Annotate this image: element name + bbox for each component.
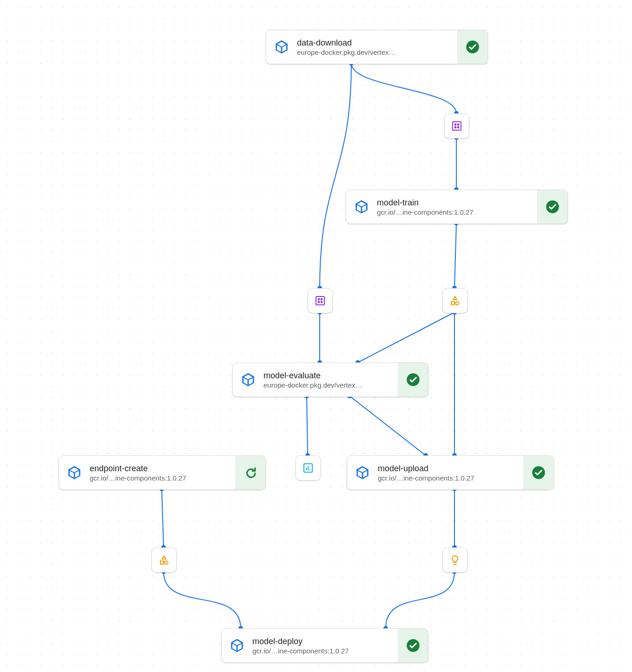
status-success-icon (537, 190, 567, 224)
svg-point-35 (458, 127, 459, 128)
artifact-dataset-icon[interactable] (444, 113, 469, 138)
cube-icon (347, 456, 378, 489)
svg-rect-41 (451, 302, 454, 305)
node-subtitle: gcr.io/…ine-components:1.0.27 (377, 208, 533, 217)
node-endpoint-create[interactable]: endpoint-create gcr.io/…ine-components:1… (59, 455, 266, 490)
node-subtitle: gcr.io/…ine-components:1.0.27 (90, 474, 231, 482)
node-subtitle: gcr.io/…ine-components:1.0.27 (252, 646, 394, 655)
edges-layer (0, 0, 632, 672)
svg-point-34 (455, 127, 456, 128)
pipeline-canvas[interactable]: data-download europe-docker.pkg.dev/vert… (0, 0, 632, 672)
status-success-icon (457, 30, 487, 64)
node-subtitle: europe-docker.pkg.dev/vertex… (263, 381, 394, 389)
svg-point-48 (165, 561, 168, 564)
node-title: model-train (377, 198, 533, 208)
svg-point-33 (458, 124, 459, 125)
svg-rect-36 (316, 296, 324, 305)
node-model-train[interactable]: model-train gcr.io/…ine-components:1.0.2… (346, 190, 568, 224)
node-subtitle: europe-docker.pkg.dev/vertex… (297, 48, 454, 57)
status-success-icon (398, 629, 428, 662)
svg-point-39 (318, 302, 320, 303)
cube-icon (59, 456, 90, 489)
artifact-metrics-icon[interactable] (296, 455, 321, 481)
artifact-bulb-icon[interactable] (442, 547, 467, 573)
node-title: model-deploy (252, 636, 394, 646)
node-model-evaluate[interactable]: model-evaluate europe-docker.pkg.dev/ver… (232, 362, 428, 397)
node-title: model-evaluate (263, 370, 394, 381)
svg-point-38 (321, 299, 323, 300)
artifact-dataset-icon[interactable] (308, 288, 333, 313)
status-success-icon (398, 363, 428, 396)
node-title: model-upload (378, 463, 520, 474)
svg-point-32 (455, 124, 456, 125)
svg-point-37 (318, 299, 320, 300)
cube-icon (233, 363, 263, 396)
cube-icon (222, 629, 252, 662)
node-title: endpoint-create (90, 463, 231, 474)
status-cached-icon (235, 456, 265, 489)
cube-icon (266, 30, 297, 64)
node-model-deploy[interactable]: model-deploy gcr.io/…ine-components:1.0.… (221, 628, 428, 663)
node-subtitle: gcr.io/…ine-components:1.0.27 (378, 474, 520, 482)
svg-point-40 (321, 302, 323, 303)
node-model-upload[interactable]: model-upload gcr.io/…ine-components:1.0.… (347, 455, 554, 490)
cube-icon (346, 190, 377, 224)
svg-rect-31 (453, 122, 461, 130)
artifact-model-icon[interactable] (151, 547, 177, 573)
status-success-icon (523, 456, 553, 489)
artifact-model-icon[interactable] (442, 288, 467, 313)
node-data-download[interactable]: data-download europe-docker.pkg.dev/vert… (266, 30, 488, 64)
svg-rect-47 (160, 561, 164, 564)
node-title: data-download (297, 38, 454, 48)
svg-point-42 (456, 302, 459, 305)
